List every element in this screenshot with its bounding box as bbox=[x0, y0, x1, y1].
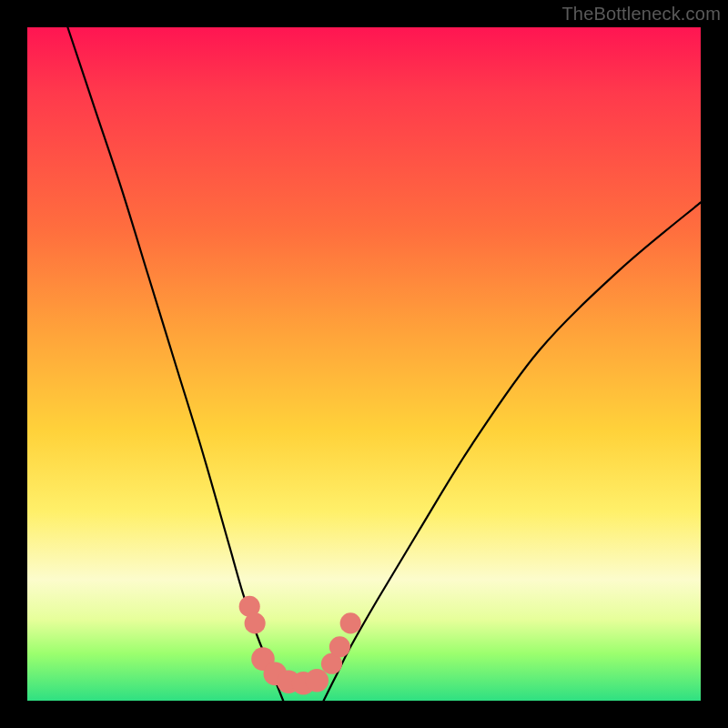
valley-cap-5 bbox=[305, 669, 329, 693]
watermark-text: TheBottleneck.com bbox=[561, 4, 721, 25]
right-dot-3 bbox=[340, 612, 361, 633]
curve-layer bbox=[27, 27, 701, 701]
left-dot-2 bbox=[245, 612, 266, 633]
plot-area bbox=[27, 27, 701, 701]
curve-right-branch bbox=[324, 202, 701, 701]
chart-frame: TheBottleneck.com bbox=[0, 0, 728, 728]
right-dot-2 bbox=[329, 636, 350, 657]
